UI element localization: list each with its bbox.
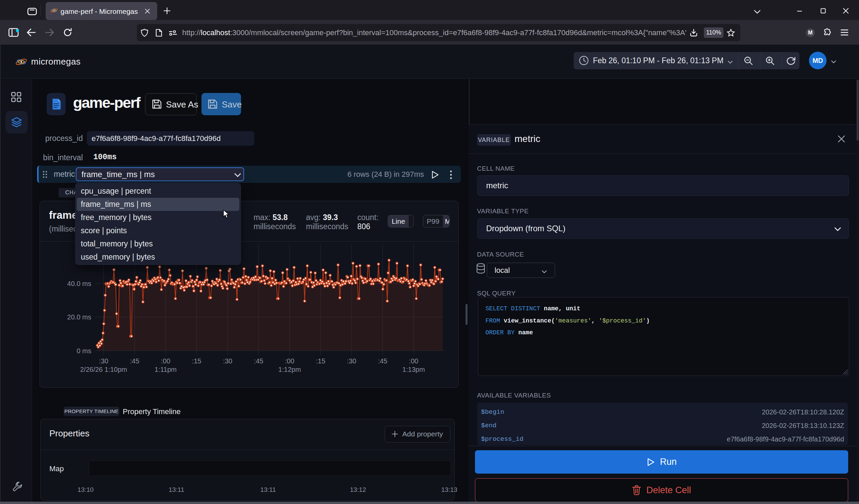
- svg-text:40.0 ms: 40.0 ms: [67, 280, 91, 287]
- svg-text:1:12pm: 1:12pm: [278, 366, 301, 373]
- svg-text::00: :00: [285, 357, 295, 365]
- svg-text:20.0 ms: 20.0 ms: [67, 314, 91, 321]
- svg-text::45: :45: [130, 357, 139, 365]
- svg-text::45: :45: [378, 357, 388, 365]
- svg-text:2/26/26 1:10pm: 2/26/26 1:10pm: [80, 366, 127, 373]
- svg-text::00: :00: [161, 357, 170, 365]
- svg-text:0 ms: 0 ms: [77, 347, 91, 355]
- svg-text:1:11pm: 1:11pm: [154, 366, 177, 373]
- svg-text:1:13pm: 1:13pm: [402, 366, 425, 373]
- svg-text::30: :30: [347, 357, 356, 365]
- svg-text::15: :15: [192, 357, 201, 365]
- svg-text::45: :45: [254, 357, 263, 365]
- svg-text::15: :15: [316, 357, 325, 365]
- svg-text::30: :30: [223, 357, 232, 365]
- svg-text::30: :30: [99, 357, 108, 365]
- svg-text::00: :00: [409, 357, 419, 365]
